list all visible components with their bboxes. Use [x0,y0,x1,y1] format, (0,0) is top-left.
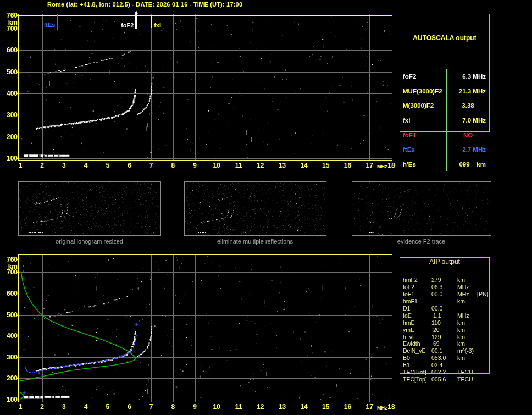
aip-row-label: foF2 [403,284,414,290]
y-tick-label: 300 [1,111,18,119]
y-tick-label: 600 [1,290,18,297]
x-tick-label: 10 [210,162,223,169]
aip-row: B0053.0km [400,355,489,362]
y-tick-label: 100 [1,154,18,162]
y-tick-label: 700 [1,25,18,32]
aip-row-unit: km [457,334,465,340]
x-tick-label: 11 [232,403,245,411]
y-tick-label: 200 [1,133,18,141]
x-tick-label: 15 [319,403,332,411]
aip-row-value: 00.0 [431,291,442,297]
y-tick-label: 760 [1,12,18,19]
aip-table-title: AIP output [400,258,489,272]
aip-row-label: Ewidth [403,340,420,347]
aip-row-unit: km [457,319,465,326]
aip-row-unit: km [457,340,465,347]
autoscala-row-label: M(3000)F2 [400,98,447,113]
aip-row: h_vE129km [400,334,489,341]
aip-row-unit: km [457,276,465,283]
aip-row-value: 053.0 [431,355,446,361]
x-tick-label: 2 [36,403,49,411]
aip-row-label: hmF2 [403,276,418,283]
aip-row-label: DelN_vE [403,347,425,354]
aip-row: TEC[Top]005.6TECU [400,376,489,383]
autoscala-row-value: 2.7 MHz [447,146,489,153]
autoscala-row-label: h'Es [400,157,447,171]
x-tick-label: 5 [101,162,114,169]
aip-row: foF206.3MHz [400,284,489,291]
aip-row-value: 279 [431,276,441,283]
autoscala-row-value: NO [447,132,489,139]
aip-row: hmE110km [400,319,489,327]
aip-row-unit: km [457,327,465,333]
aip-row-value: 00.1 [431,347,442,354]
aip-row: ymE 20km [400,327,489,334]
aip-row-value: 002.2 [431,369,446,375]
x-tick-label: 16 [341,162,354,169]
aip-row-value: 00.0 [431,305,442,312]
autoscala-row-value: 3.38 [447,102,489,109]
aip-row-unit: TECU [457,369,473,375]
autoscala-row-label: foF2 [400,69,447,84]
autoscala-row: ftEs2.7 MHz [400,142,489,157]
x-tick-label: 6 [123,162,136,169]
aip-row-unit: km [457,298,465,305]
marker-label-fof2: foF2 [102,22,134,29]
aip-row-value: 20 [431,327,440,333]
aip-row-value: 129 [431,334,441,340]
autoscala-table-rows: foF26.3 MHzMUF(3000)F221.3 MHzM(3000)F23… [400,69,489,171]
aip-row-label: D1 [403,305,410,312]
thumbnail-caption: evidence F2 trace [397,238,445,245]
x-tick-label: 14 [297,162,311,169]
aip-row-value: 06.3 [431,284,442,290]
aip-row-label: TEC[Top] [403,376,427,383]
x-tick-label: 8 [167,403,180,411]
x-tick-label: 7 [145,403,158,411]
aip-row-unit: MHz [457,284,469,290]
autoscala-row-label: foF1 [400,128,447,142]
aip-row-value: --- [431,298,437,305]
page-title: Rome (lat: +41.8, lon: 012.5) - DATE: 20… [47,1,242,8]
autoscala-output-table: AUTOSCALA output foF26.3 MHzMUF(3000)F22… [400,14,490,132]
autoscala-row-label: ftEs [400,142,447,157]
aip-table-rows: hmF2279kmfoF206.3MHzfoF100.0MHz[PN]hmF1-… [400,276,489,383]
x-tick-label: 14 [297,403,311,411]
aip-row-label: h_vE [403,334,416,340]
aip-row: DelN_vE00.1m^(-3) [400,347,489,355]
x-tick-label: 8 [167,162,180,169]
autoscala-row-label: MUF(3000)F2 [400,84,447,98]
aip-row: foF100.0MHz[PN] [400,291,489,298]
autoscala-row-value: 21.3 MHz [447,88,489,95]
x-tick-label: 3 [57,403,70,411]
aip-row-unit: MHz [457,312,469,319]
aip-row-value: 02.4 [431,362,442,368]
autoscala-row: foF1NO [400,128,489,142]
autoscala-row: MUF(3000)F221.3 MHz [400,84,489,98]
autoscala-row: foF26.3 MHz [400,69,489,84]
x-tick-label: 2 [36,162,49,169]
aip-row-unit: TECU [457,376,473,383]
thumbnail-caption: eliminate multiple reflections [217,238,293,245]
x-tick-label: 10 [210,403,223,411]
aip-row: B102.4 [400,362,489,369]
aip-row-label: B0 [403,355,410,361]
y-tick-label: 200 [1,374,18,382]
x-tick-label: 15 [319,162,332,169]
autoscala-row-label: fxI [400,113,447,128]
thumbnail-caption: original ionogram resized [56,238,123,245]
aip-row-extra: [PN] [477,291,488,297]
y-tick-label: 100 [1,396,18,403]
y-tick-label: 500 [1,311,18,319]
x-tick-label: 13 [275,403,289,411]
autoscala-row-value: 099 km [447,161,489,168]
autoscala-row-value: 6.3 MHz [447,73,489,80]
x-tick-label: 16 [341,403,354,411]
marker-label-fxi: fxI [154,22,161,29]
aip-row-label: TEC[Bot] [403,369,426,375]
autoscala-row-value: 7.0 MHz [447,117,489,124]
x-tick-label: 12 [254,162,267,169]
x-tick-label: 11 [232,162,245,169]
autoscala-row: M(3000)F23.38 [400,98,489,113]
x-tick-label: 5 [101,403,114,411]
y-tick-label: 500 [1,68,18,76]
